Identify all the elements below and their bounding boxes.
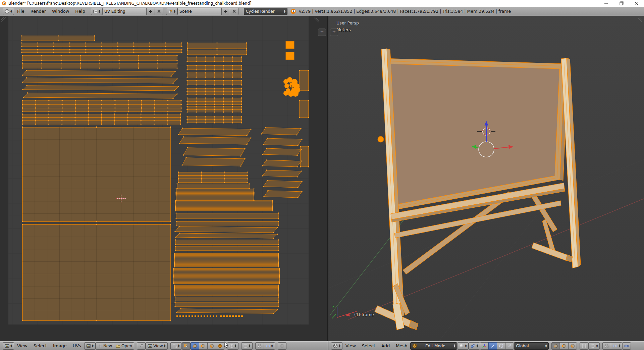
menu-help[interactable]: Help xyxy=(72,9,88,14)
mesh-select-vertex-button[interactable] xyxy=(551,342,560,350)
transform-orientation-select[interactable]: Global ▲▼ xyxy=(514,342,549,350)
mode-select[interactable]: Edit Mode ▲▼ xyxy=(410,342,457,350)
viewport-3d-canvas[interactable] xyxy=(328,16,644,341)
updown-arrows-icon: ▲▼ xyxy=(271,344,273,347)
open-image-label: Open xyxy=(121,344,132,348)
mesh-select-face-button[interactable] xyxy=(568,342,577,350)
updown-arrows-icon: ▲▼ xyxy=(596,344,598,347)
screen-layout-browse-button[interactable]: ▲▼ xyxy=(91,8,102,15)
expand-region-button[interactable]: + xyxy=(318,29,326,36)
pivot-point-select[interactable]: ▲▼ xyxy=(170,342,182,350)
update-automatically-button[interactable] xyxy=(278,342,286,350)
area-corner-handle[interactable] xyxy=(314,17,319,22)
updown-arrows-icon: ▲▼ xyxy=(339,344,340,347)
manipulator-toggle-button[interactable] xyxy=(480,342,489,350)
v3d-menu-select[interactable]: Select xyxy=(359,343,378,348)
editor-type-3dview-button[interactable]: ▲▼ xyxy=(331,342,342,350)
updown-arrows-icon: ▲▼ xyxy=(92,344,94,347)
updown-arrows-icon: ▲▼ xyxy=(249,344,251,347)
uv-select-vertex-button[interactable] xyxy=(191,342,199,350)
open-image-button[interactable]: Open xyxy=(114,342,134,350)
updown-arrows-icon: ▲▼ xyxy=(453,344,455,347)
snap-element-select[interactable]: ▲▼ xyxy=(611,342,622,350)
pivot-center-select[interactable]: ▲▼ xyxy=(469,342,480,350)
uv-menu-select[interactable]: Select xyxy=(31,343,50,348)
maximize-button[interactable] xyxy=(614,0,629,7)
workspace-name: UV Editing xyxy=(104,9,125,14)
delete-layout-button[interactable] xyxy=(155,8,163,15)
area-corner-handle[interactable] xyxy=(637,17,643,22)
scene-name: Scene xyxy=(179,9,192,14)
manipulator-rotate-button[interactable] xyxy=(497,342,505,350)
limit-selection-visible-button[interactable] xyxy=(580,342,588,350)
viewport-3d-header: ▲▼ View Select Add Mesh Edit Mode ▲▼ ▲▼ … xyxy=(328,341,644,350)
viewport-3d[interactable]: User Persp Meters (1) frame y + xyxy=(328,16,644,341)
pin-button[interactable] xyxy=(137,342,146,350)
proportional-edit-select[interactable]: ▲▼ xyxy=(588,342,600,350)
updown-arrows-icon: ▲▼ xyxy=(178,344,180,347)
uv-image-editor[interactable]: + xyxy=(0,16,328,341)
delete-scene-button[interactable] xyxy=(230,8,238,15)
new-image-button[interactable]: New xyxy=(96,342,114,350)
info-header: ▲▼ File Render Window Help ▲▼ UV Editing… xyxy=(0,7,644,16)
editor-type-info-button[interactable]: ▲▼ xyxy=(3,8,14,15)
uv-menu-uvs[interactable]: UVs xyxy=(70,343,84,348)
updown-arrows-icon: ▲▼ xyxy=(465,344,467,347)
blender-window: Blender* [C:\Users\franc\Desktop\REVERSI… xyxy=(0,0,644,350)
v3d-menu-mesh[interactable]: Mesh xyxy=(393,343,410,348)
snap-toggle-button[interactable] xyxy=(255,342,264,350)
uv-sync-selection-toggle[interactable] xyxy=(182,342,191,350)
v3d-menu-add[interactable]: Add xyxy=(378,343,393,348)
menu-file[interactable]: File xyxy=(14,9,28,14)
uv-canvas[interactable] xyxy=(0,16,327,341)
uv-select-island-button[interactable] xyxy=(216,342,224,350)
v3d-menu-view[interactable]: View xyxy=(342,343,359,348)
add-layout-button[interactable] xyxy=(146,8,155,15)
updown-arrows-icon: ▲▼ xyxy=(619,344,620,347)
expand-region-button[interactable]: + xyxy=(330,29,338,36)
area-corner-handle[interactable] xyxy=(1,16,6,22)
updown-arrows-icon: ▲▼ xyxy=(235,344,236,347)
manipulator-scale-button[interactable] xyxy=(505,342,514,350)
uv-menu-image[interactable]: Image xyxy=(50,343,70,348)
mouse-cursor xyxy=(224,342,230,350)
add-scene-button[interactable] xyxy=(221,8,230,15)
snap-toggle-button[interactable] xyxy=(602,342,611,350)
os-titlebar: Blender* [C:\Users\franc\Desktop\REVERSI… xyxy=(0,0,644,7)
mode-label: Edit Mode xyxy=(425,344,445,348)
uv-editor-header: ▲▼ View Select Image UVs ▲▼ New Open Vie… xyxy=(0,341,328,350)
minimize-button[interactable] xyxy=(599,0,614,7)
close-window-button[interactable] xyxy=(629,0,644,7)
scene-field[interactable]: Scene xyxy=(177,8,222,15)
proportional-edit-select[interactable]: ▲▼ xyxy=(241,342,253,350)
screen-layout-field[interactable]: UV Editing xyxy=(102,8,147,15)
view-name-label: User Persp xyxy=(336,20,359,26)
scene-browse-button[interactable]: ▲▼ xyxy=(166,8,177,15)
uv-select-face-button[interactable] xyxy=(207,342,216,350)
flip-knob[interactable] xyxy=(378,136,384,142)
menu-window[interactable]: Window xyxy=(49,9,72,14)
blender-logo-icon xyxy=(290,8,296,14)
scene-statistics: v2.79 | Verts:1,852/1,852 | Edges:3,648/… xyxy=(299,9,511,14)
uv-select-edge-button[interactable] xyxy=(199,342,208,350)
chalkboard-model[interactable] xyxy=(375,49,581,330)
editor-type-image-button[interactable]: ▲▼ xyxy=(3,342,14,350)
viewport-shading-select[interactable]: ▲▼ xyxy=(457,342,469,350)
updown-arrows-icon: ▲▼ xyxy=(10,10,12,13)
opengl-render-button[interactable] xyxy=(622,342,631,350)
axis-y-label: y xyxy=(332,304,335,308)
blender-logo-icon xyxy=(2,1,6,6)
render-engine-select[interactable]: Cycles Render ▲▼ xyxy=(244,8,287,15)
mesh-select-edge-button[interactable] xyxy=(560,342,569,350)
orientation-label: Global xyxy=(516,344,529,348)
engine-name: Cycles Render xyxy=(246,9,275,14)
uv-menu-view[interactable]: View xyxy=(14,343,31,348)
display-channel-select[interactable]: View▲▼ xyxy=(146,342,167,350)
menu-render[interactable]: Render xyxy=(28,9,49,14)
display-channel-label: View xyxy=(153,344,163,348)
image-browse-button[interactable]: ▲▼ xyxy=(84,342,96,350)
snap-element-select[interactable]: ▲▼ xyxy=(264,342,275,350)
updown-arrows-icon: ▲▼ xyxy=(164,344,166,347)
manipulator-translate-button[interactable] xyxy=(488,342,497,350)
mini-axis-gizmo xyxy=(332,307,357,318)
